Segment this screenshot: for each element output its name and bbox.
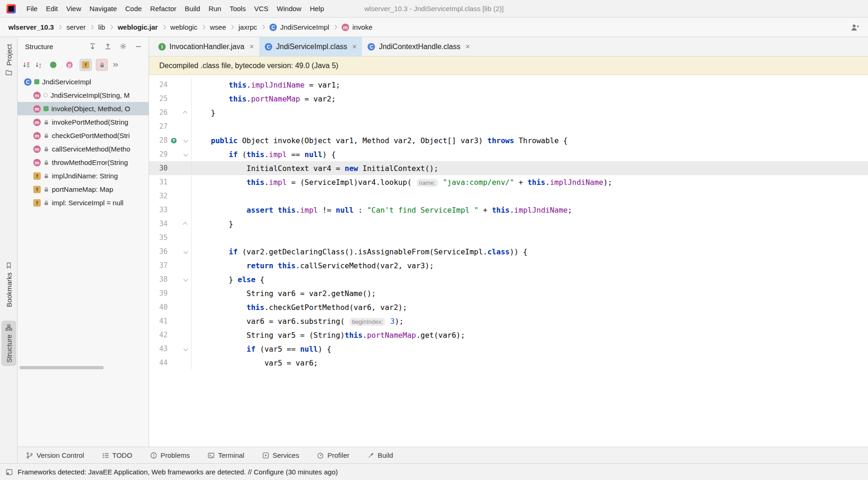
line-number[interactable]: 31: [149, 178, 168, 186]
line-number[interactable]: 30: [149, 164, 168, 172]
line-number[interactable]: 43: [149, 345, 168, 353]
code-text[interactable]: if (var5 == null) {: [192, 345, 331, 354]
more-options-icon[interactable]: [112, 62, 119, 68]
tool-button-profiler[interactable]: Profiler: [317, 451, 350, 459]
close-tab-icon[interactable]: [352, 43, 356, 51]
code-text[interactable]: this.portNameMap = var2;: [192, 95, 336, 103]
line-number[interactable]: 28: [149, 136, 168, 145]
structure-node-invokePortMethod[interactable]: minvokePortMethod(String: [18, 115, 149, 129]
show-inherited-toggle[interactable]: [47, 59, 59, 71]
code-text[interactable]: assert this.impl != null : "Can't find S…: [192, 206, 572, 215]
line-number[interactable]: 37: [149, 261, 168, 270]
fold-marker-icon[interactable]: [180, 342, 192, 356]
structure-node-JndiServiceImpl[interactable]: CJndiServiceImpl: [18, 75, 149, 88]
menu-item-run[interactable]: Run: [204, 0, 225, 18]
tool-button-project[interactable]: Project: [0, 41, 18, 80]
line-number[interactable]: 35: [149, 234, 168, 242]
editor-tab-jndicontexthandle.class[interactable]: CJndiContextHandle.class: [362, 37, 475, 56]
code-text[interactable]: var5 = var6;: [192, 359, 318, 367]
collapse-all-icon[interactable]: [104, 43, 112, 50]
show-fields-toggle[interactable]: [80, 59, 92, 71]
menu-item-view[interactable]: View: [62, 0, 85, 18]
code-text[interactable]: if (var2.getDeclaringClass().isAssignabl…: [192, 247, 527, 256]
menu-item-vcs[interactable]: VCS: [250, 0, 273, 18]
overriding-method-icon[interactable]: [168, 138, 180, 144]
fold-marker-icon[interactable]: [180, 272, 192, 286]
settings-gear-icon[interactable]: [119, 43, 127, 50]
expand-all-icon[interactable]: [89, 43, 96, 50]
menu-item-window[interactable]: Window: [273, 0, 306, 18]
intellij-logo-icon[interactable]: [6, 4, 16, 13]
hide-panel-icon[interactable]: [135, 43, 142, 50]
menu-item-navigate[interactable]: Navigate: [85, 0, 121, 18]
fold-marker-icon[interactable]: [180, 245, 192, 259]
tool-button-services[interactable]: Services: [262, 451, 300, 459]
structure-node-checkGetPortMethod[interactable]: mcheckGetPortMethod(Stri: [18, 129, 149, 142]
menu-item-refactor[interactable]: Refactor: [146, 0, 181, 18]
line-number[interactable]: 38: [149, 275, 168, 284]
line-number[interactable]: 24: [149, 81, 168, 89]
close-tab-icon[interactable]: [250, 43, 254, 51]
show-properties-toggle[interactable]: [63, 59, 75, 71]
code-text[interactable]: InitialContext var4 = new InitialContext…: [192, 164, 438, 173]
menu-item-help[interactable]: Help: [306, 0, 328, 18]
line-number[interactable]: 41: [149, 317, 168, 325]
structure-node-implJndiName[interactable]: fimplJndiName: String: [18, 169, 149, 183]
structure-node-portNameMap[interactable]: fportNameMap: Map: [18, 183, 149, 196]
menu-item-file[interactable]: File: [22, 0, 42, 18]
line-number[interactable]: 33: [149, 206, 168, 214]
breadcrumb-item-jndiserviceimpl[interactable]: CJndiServiceImpl: [269, 23, 329, 31]
fold-marker-icon[interactable]: [180, 147, 192, 161]
line-number[interactable]: 27: [149, 122, 168, 131]
tool-button-problems[interactable]: Problems: [150, 451, 190, 459]
show-non-public-toggle[interactable]: [96, 59, 108, 71]
line-number[interactable]: 36: [149, 247, 168, 256]
code-text[interactable]: if (this.impl == null) {: [192, 150, 336, 159]
line-number[interactable]: 26: [149, 108, 168, 117]
code-text[interactable]: }: [192, 220, 233, 228]
tool-button-structure[interactable]: Structure: [1, 321, 16, 366]
code-text[interactable]: } else {: [192, 275, 264, 284]
breadcrumb-item-wlserver_10.3[interactable]: wlserver_10.3: [8, 23, 54, 31]
structure-node-throwMethodError[interactable]: mthrowMethodError(String: [18, 156, 149, 169]
tool-button-build[interactable]: Build: [367, 451, 393, 459]
line-number[interactable]: 39: [149, 289, 168, 297]
line-number[interactable]: 44: [149, 359, 168, 367]
menu-item-edit[interactable]: Edit: [42, 0, 62, 18]
line-number[interactable]: 34: [149, 220, 168, 228]
breadcrumb-item-server[interactable]: server: [66, 23, 86, 31]
status-message[interactable]: Frameworks detected: JavaEE Application,…: [18, 468, 338, 476]
code-text[interactable]: public Object invoke(Object var1, Method…: [192, 136, 568, 145]
horizontal-scrollbar[interactable]: [19, 366, 104, 369]
tool-button-terminal[interactable]: Terminal: [207, 451, 244, 459]
breadcrumb-item-invoke[interactable]: minvoke: [342, 23, 372, 31]
breadcrumb-item-weblogic[interactable]: weblogic: [170, 23, 197, 31]
code-text[interactable]: String var5 = (String)this.portNameMap.g…: [192, 331, 465, 340]
code-text[interactable]: this.impl = (ServiceImpl)var4.lookup( na…: [192, 178, 612, 187]
code-text[interactable]: }: [192, 108, 215, 117]
line-number[interactable]: 42: [149, 331, 168, 339]
user-account-icon[interactable]: [850, 23, 860, 32]
structure-node-invoke[interactable]: minvoke(Object, Method, O: [18, 102, 149, 115]
fold-marker-icon[interactable]: [180, 217, 192, 231]
structure-node-callServiceMethod[interactable]: mcallServiceMethod(Metho: [18, 142, 149, 156]
editor-tab-invocationhandler.java[interactable]: IInvocationHandler.java: [153, 37, 259, 56]
structure-node-JndiServiceImpl[interactable]: mJndiServiceImpl(String, M: [18, 88, 149, 102]
line-number[interactable]: 32: [149, 192, 168, 200]
fold-marker-icon[interactable]: [180, 133, 192, 147]
code-text[interactable]: String var6 = var2.getName();: [192, 289, 376, 298]
tool-windows-layout-icon[interactable]: [6, 468, 13, 476]
code-text[interactable]: return this.callServiceMethod(var2, var3…: [192, 261, 434, 270]
structure-node-impl[interactable]: fimpl: ServiceImpl = null: [18, 196, 149, 209]
menu-item-build[interactable]: Build: [181, 0, 204, 18]
tool-button-vcs[interactable]: Version Control: [26, 451, 84, 459]
code-editor[interactable]: 24 this.implJndiName = var1;25 this.port…: [149, 75, 868, 447]
breadcrumb-item-weblogic.jar[interactable]: weblogic.jar: [118, 23, 158, 31]
line-number[interactable]: 40: [149, 303, 168, 311]
code-text[interactable]: this.implJndiName = var1;: [192, 81, 340, 89]
line-number[interactable]: 29: [149, 150, 168, 158]
breadcrumb-item-wsee[interactable]: wsee: [210, 23, 226, 31]
menu-item-tools[interactable]: Tools: [225, 0, 250, 18]
close-tab-icon[interactable]: [466, 43, 470, 51]
menu-item-code[interactable]: Code: [121, 0, 146, 18]
